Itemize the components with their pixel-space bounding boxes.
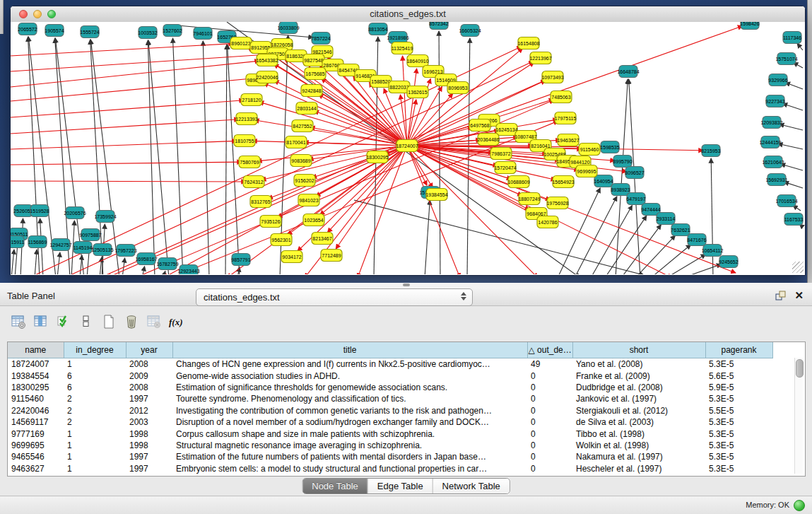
table-cell[interactable]: 22420046 [8,405,64,416]
graph-node[interactable]: 15720474 [494,162,516,174]
graph-edge[interactable] [778,144,803,149]
graph-node[interactable]: 7485063 [551,91,572,103]
graph-edge[interactable] [100,80,546,274]
table-row[interactable]: 977716911998Corpus callosum shape and si… [8,428,772,439]
table-cell[interactable]: 9463627 [8,463,64,474]
window-resize-grip-icon[interactable] [792,262,804,273]
graph-node[interactable]: 9827548 [303,54,324,66]
close-panel-icon[interactable]: ✕ [794,289,804,302]
table-cell[interactable]: 1 [64,463,126,474]
graph-node[interactable]: 9227343 [765,95,784,107]
graph-node[interactable]: 8215953 [701,145,720,157]
column-header-title[interactable]: title [172,342,527,358]
graph-node[interactable]: 16543382 [256,54,278,66]
table-row[interactable]: 2242004622012Investigating the contribut… [8,405,772,416]
table-cell[interactable]: Structural magnetic resonance image aver… [172,440,527,451]
table-cell[interactable]: Jankovic et al. (1997) [572,393,705,404]
table-cell[interactable]: 2008 [126,382,172,393]
table-cell[interactable]: 5.5E-5 [705,405,772,416]
graph-node[interactable]: 9083689 [290,155,312,167]
graph-node[interactable]: 8170041 [286,136,307,148]
graph-edge[interactable] [203,41,209,274]
table-row[interactable]: 1830029562008Estimation of significance … [8,382,772,393]
column-header-pagerank[interactable]: pagerank [705,342,772,358]
graph-node[interactable]: 6497568 [469,119,490,132]
graph-node[interactable]: 15751074 [775,53,797,65]
graph-edge[interactable] [80,255,82,274]
graph-node[interactable]: 8096527 [625,167,644,179]
table-cell[interactable]: Embryonic stem cells: a model to study s… [172,463,527,474]
graph-node[interactable]: 19756928 [546,197,568,209]
graph-node[interactable]: 16958167 [135,253,157,265]
graph-edge[interactable] [11,250,14,274]
table-cell[interactable]: 2009 [126,370,172,381]
graph-edge[interactable] [711,158,713,274]
divider-grip-icon[interactable] [403,284,410,286]
graph-edge[interactable] [785,83,803,89]
graph-node[interactable]: 10688609 [507,176,529,188]
graph-edge[interactable] [11,78,259,101]
table-cell[interactable]: 5.3E-5 [705,463,772,474]
graph-node[interactable]: 16782759 [156,258,178,270]
table-cell[interactable]: Wolkin et al. (1998) [572,440,705,451]
graph-node[interactable]: 2933114 [657,213,676,225]
graph-node[interactable]: 1905574 [45,25,64,37]
table-cell[interactable]: Genome-wide association studies in ADHD. [172,370,527,381]
table-cell[interactable]: 6 [64,382,126,393]
graph-node[interactable]: 16033809 [277,22,299,34]
graph-node[interactable]: 20364486 [477,134,499,146]
table-cell[interactable]: 0 [527,463,572,474]
graph-node[interactable]: 2065572 [18,23,37,35]
graph-node[interactable]: 18640910 [406,55,428,67]
graph-node[interactable]: 8471676 [687,234,706,246]
graph-node[interactable]: 11325419 [392,42,413,54]
graph-node[interactable]: 8938923 [611,184,630,196]
graph-node[interactable]: 15654923 [552,176,574,188]
graph-node[interactable]: 18300295 [366,151,388,163]
graph-node[interactable]: 1420786 [537,216,558,228]
graph-edge[interactable] [635,235,675,274]
table-cell[interactable]: 5.3E-5 [705,451,772,462]
table-cell[interactable]: 18724007 [8,358,64,370]
graph-node[interactable]: 7632621 [671,224,690,236]
graph-edge[interactable] [35,250,37,274]
graph-node[interactable]: 12444159 [759,136,781,148]
graph-node[interactable]: 12505135 [91,244,113,256]
table-cell[interactable]: 0 [527,440,572,451]
graph-node[interactable]: 1003532 [138,27,157,39]
graph-edge[interactable] [666,255,706,274]
table-cell[interactable]: Yano et al. (2008) [572,358,705,370]
table-cell[interactable]: 5.3E-5 [705,416,772,428]
table-cell[interactable]: 0 [527,370,572,381]
graph-edge[interactable] [172,38,183,274]
table-cell[interactable]: 0 [527,382,572,393]
graph-edge[interactable] [122,258,125,274]
window-titlebar[interactable]: citations_edges.txt [11,6,805,23]
graph-node[interactable]: 16154808 [517,37,539,49]
graph-node[interactable]: 9699695 [576,165,597,177]
table-row[interactable]: 911546021997Tourette syndrome. Phenomeno… [8,393,772,404]
table-cell[interactable]: 18300295 [8,382,64,393]
table-cell[interactable]: Disruption of a novel member of a sodium… [172,416,527,428]
table-cell[interactable]: 0 [527,393,572,404]
graph-node[interactable]: 8572342 [429,22,448,30]
graph-node[interactable]: 16605324 [459,25,481,37]
graph-node[interactable]: 7946101 [193,28,212,40]
graph-edge[interactable] [591,206,632,274]
graph-node[interactable]: 9242848 [301,85,322,97]
graph-node[interactable]: 6479197 [626,193,645,205]
table-cell[interactable]: 0 [527,416,572,428]
table-scrollbar-thumb[interactable] [796,359,804,378]
graph-node[interactable]: 9329966 [768,74,787,86]
delete-rows-icon[interactable] [122,314,141,332]
table-cell[interactable]: Tourette syndrome. Phenomenology and cla… [172,393,527,404]
graph-node[interactable]: 1598535 [600,141,619,153]
column-header-short[interactable]: short [572,342,705,358]
select-rows-icon[interactable] [54,314,73,332]
table-selector-dropdown[interactable]: citations_edges.txt [196,288,473,306]
graph-node[interactable]: 8960123 [230,37,252,49]
graph-node[interactable]: 18724007 [396,140,418,152]
graph-node[interactable]: 9034172 [281,251,302,263]
table-cell[interactable]: Nakamura et al. (1997) [572,451,705,462]
graph-node[interactable]: 9841023 [298,194,319,206]
